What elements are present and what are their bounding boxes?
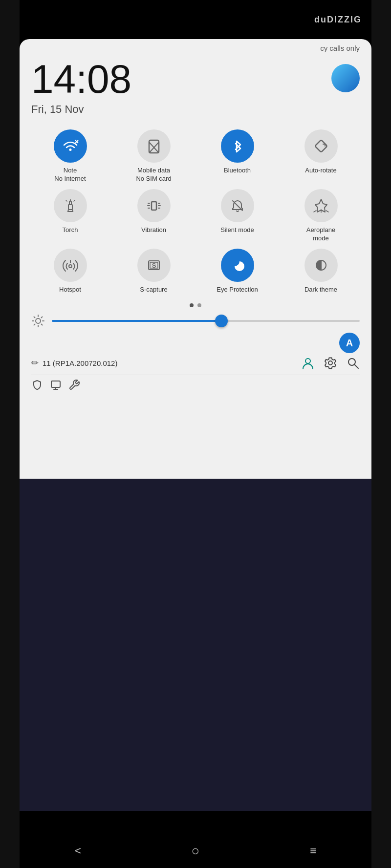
vibration-icon	[137, 189, 171, 222]
tile-auto-rotate[interactable]: Auto-rotate	[282, 129, 360, 183]
svg-point-18	[69, 265, 72, 268]
tile-wifi-label: Note No Internet	[54, 167, 86, 183]
svg-point-24	[36, 318, 41, 323]
dot-1	[190, 303, 194, 307]
tile-wifi[interactable]: Note No Internet	[31, 129, 109, 183]
status-icons-row	[31, 375, 360, 391]
tile-mobile-data[interactable]: Mobile data No SIM card	[115, 129, 193, 183]
action-icons	[301, 356, 360, 370]
svg-line-9	[74, 200, 75, 201]
notification-panel: cy calls only 14:08 Fri, 15 Nov	[20, 39, 371, 479]
slider-fill	[52, 320, 221, 322]
status-line: cy calls only	[31, 39, 360, 54]
settings-icon[interactable]	[324, 356, 337, 370]
hotspot-icon	[54, 249, 87, 282]
torch-icon	[54, 189, 87, 222]
display-icon	[50, 379, 62, 391]
tile-silent[interactable]: Silent mode	[198, 189, 276, 243]
tile-bluetooth[interactable]: Bluetooth	[198, 129, 276, 183]
top-bar: duDIZZIG	[20, 0, 371, 39]
avatar-icon	[331, 64, 360, 92]
svg-rect-37	[51, 381, 60, 387]
search-icon[interactable]	[346, 356, 360, 370]
svg-rect-10	[152, 202, 156, 210]
tile-eye-label: Eye Protection	[217, 286, 258, 294]
svg-point-33	[305, 359, 310, 363]
nav-bar: < ○ ≡	[20, 834, 371, 868]
pencil-icon: ✏	[31, 358, 39, 368]
svg-line-31	[42, 317, 43, 318]
tile-scapture-label: S-capture	[140, 286, 167, 294]
tiles-grid: Note No Internet Mobile data No SIM card	[31, 129, 360, 294]
svg-line-36	[354, 364, 358, 368]
tile-rotate-label: Auto-rotate	[305, 167, 336, 175]
tile-eye-protection[interactable]: Eye Protection	[198, 249, 276, 294]
tile-silent-label: Silent mode	[220, 226, 254, 234]
tile-dark-theme[interactable]: Dark theme	[282, 249, 360, 294]
tile-torch[interactable]: Torch	[31, 189, 109, 243]
wifi-icon	[54, 129, 87, 163]
aeroplane-icon	[304, 189, 338, 222]
mobile-data-icon	[137, 129, 171, 163]
shield-icon	[31, 379, 43, 391]
tools-icon	[68, 379, 80, 391]
home-button[interactable]: ○	[182, 838, 210, 864]
user-action-row: A	[31, 333, 360, 353]
menu-button[interactable]: ≡	[300, 840, 326, 862]
clock-time: 14:08	[31, 59, 131, 99]
person-icon[interactable]	[301, 356, 315, 370]
tile-torch-label: Torch	[63, 226, 78, 234]
dot-2	[197, 303, 201, 307]
notch	[176, 0, 215, 15]
dark-theme-icon	[304, 249, 338, 282]
svg-line-32	[34, 324, 35, 325]
auto-rotate-icon	[304, 129, 338, 163]
brightness-slider[interactable]	[52, 320, 360, 322]
phone-frame: duDIZZIG cy calls only 14:08 Fri, 15 Nov	[20, 0, 371, 868]
pagination-dots	[31, 303, 360, 307]
scapture-icon: S	[137, 249, 171, 282]
build-text: ✏ 11 (RP1A.200720.012)	[31, 358, 117, 368]
tile-aeroplane[interactable]: Aeroplane mode	[282, 189, 360, 243]
svg-rect-6	[68, 205, 72, 210]
tile-scapture[interactable]: S S-capture	[115, 249, 193, 294]
tile-vibration-label: Vibration	[141, 226, 166, 234]
tile-vibration[interactable]: Vibration	[115, 189, 193, 243]
svg-line-30	[42, 324, 43, 325]
user-badge[interactable]: A	[339, 333, 360, 353]
tile-mobile-label: Mobile data No SIM card	[136, 167, 171, 183]
brightness-icon	[31, 314, 45, 328]
bluetooth-icon	[221, 129, 254, 163]
tile-aeroplane-label: Aeroplane mode	[306, 226, 335, 243]
svg-line-7	[66, 200, 67, 201]
brightness-row	[31, 314, 360, 328]
tile-bluetooth-label: Bluetooth	[224, 167, 251, 175]
svg-line-29	[34, 317, 35, 318]
clock-date: Fri, 15 Nov	[31, 103, 131, 116]
svg-point-34	[328, 361, 332, 365]
silent-icon	[221, 189, 254, 222]
tile-hotspot[interactable]: Hotspot	[31, 249, 109, 294]
eye-protection-icon	[221, 249, 254, 282]
tile-hotspot-label: Hotspot	[59, 286, 81, 294]
slider-thumb[interactable]	[215, 315, 228, 327]
tile-dark-label: Dark theme	[304, 286, 337, 294]
back-button[interactable]: <	[65, 840, 91, 862]
dark-area	[20, 479, 371, 811]
time-display: 14:08 Fri, 15 Nov	[31, 54, 360, 120]
build-info-row: ✏ 11 (RP1A.200720.012)	[31, 356, 360, 370]
app-name: duDIZZIG	[314, 15, 362, 25]
